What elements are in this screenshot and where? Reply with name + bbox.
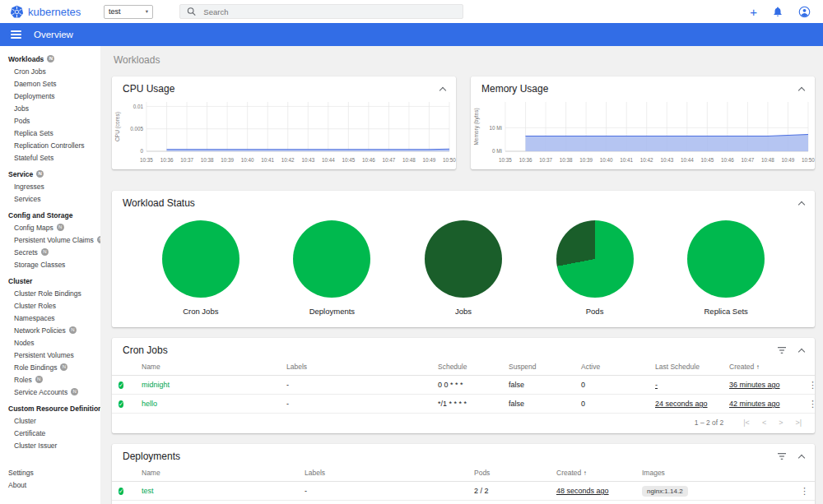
sidebar-item-roles[interactable]: RolesN — [0, 373, 100, 386]
sidebar-item-label: Services — [14, 195, 41, 203]
sidebar-item-settings[interactable]: Settings — [0, 466, 100, 479]
resource-link[interactable]: hello — [142, 400, 157, 408]
row-actions-kebab-icon[interactable]: ⋮ — [808, 380, 815, 390]
sidebar-item-label: Service Accounts — [14, 388, 67, 396]
column-header-created[interactable]: Created ↑ — [723, 358, 802, 376]
column-header-labels[interactable]: Labels — [298, 465, 467, 482]
column-header-created[interactable]: Created ↑ — [550, 465, 635, 482]
sidebar-item-pods[interactable]: Pods — [0, 114, 100, 127]
notifications-bell-icon[interactable] — [772, 6, 783, 17]
sidebar-item-jobs[interactable]: Jobs — [0, 102, 100, 114]
sidebar-item-config-maps[interactable]: Config MapsN — [0, 221, 100, 234]
sidebar-item-role-bindings[interactable]: Role BindingsN — [0, 361, 100, 373]
sidebar-item-about[interactable]: About — [0, 479, 100, 491]
table-row[interactable]: ✓ hello - */1 * * * * false 0 24 seconds… — [112, 395, 815, 414]
sidebar-item-label: Replica Sets — [14, 129, 53, 137]
column-header-name[interactable]: Name — [135, 465, 298, 482]
pie-chart[interactable] — [556, 220, 634, 298]
namespaced-badge-icon: N — [41, 248, 49, 256]
resource-link[interactable]: midnight — [142, 381, 170, 389]
filter-icon[interactable] — [777, 452, 787, 460]
table-row[interactable]: ✓ nginx-deployment app: nginx 3 / 3 42 m… — [112, 501, 815, 504]
svg-text:10:48: 10:48 — [402, 157, 416, 163]
svg-text:0 Mi: 0 Mi — [492, 148, 502, 154]
svg-text:10:50: 10:50 — [443, 157, 456, 163]
sidebar-item-network-policies[interactable]: Network PoliciesN — [0, 324, 100, 336]
search-input[interactable] — [202, 7, 456, 17]
sidebar-item-namespaces[interactable]: Namespaces — [0, 312, 100, 324]
column-header-name[interactable]: Name — [135, 358, 280, 376]
menu-hamburger-icon[interactable] — [11, 30, 21, 39]
column-header-labels[interactable]: Labels — [280, 358, 431, 376]
next-page-icon[interactable]: > — [779, 418, 783, 427]
column-header-suspend[interactable]: Suspend — [502, 358, 574, 376]
sidebar-item-replication-controllers[interactable]: Replication Controllers — [0, 139, 100, 151]
filter-icon[interactable] — [777, 346, 787, 354]
user-account-icon[interactable] — [798, 6, 811, 18]
table-row[interactable]: ✓ test - 2 / 2 48 seconds ago nginx:1.14… — [112, 482, 815, 501]
section-title: Workloads — [114, 54, 815, 66]
sidebar-item-nodes[interactable]: Nodes — [0, 336, 100, 349]
sidebar-item-stateful-sets[interactable]: Stateful Sets — [0, 151, 100, 164]
sidebar-item-service-accounts[interactable]: Service AccountsN — [0, 386, 100, 398]
column-header-pods[interactable]: Pods — [467, 465, 550, 482]
row-actions-kebab-icon[interactable]: ⋮ — [808, 399, 815, 409]
sidebar-item-label: Stateful Sets — [14, 154, 53, 162]
collapse-chevron-icon[interactable] — [798, 454, 805, 460]
resource-link[interactable]: test — [142, 487, 154, 495]
svg-text:10:46: 10:46 — [721, 157, 734, 163]
namespaced-badge-icon: N — [60, 363, 67, 371]
cron-jobs-card: Cron Jobs N — [112, 338, 815, 433]
sidebar-item-ingresses[interactable]: Ingresses — [0, 180, 100, 192]
pie-chart[interactable] — [687, 220, 765, 298]
pie-chart[interactable] — [162, 220, 239, 298]
sidebar-item-persistent-volumes[interactable]: Persistent Volumes — [0, 349, 100, 361]
sidebar-item-daemon-sets[interactable]: Daemon Sets — [0, 77, 100, 90]
collapse-chevron-icon[interactable] — [439, 86, 446, 93]
svg-text:10:43: 10:43 — [301, 157, 314, 163]
sidebar-item-deployments[interactable]: Deployments — [0, 90, 100, 102]
cell-created: 42 minutes ago — [729, 400, 780, 408]
pie-label: Jobs — [455, 307, 472, 316]
create-resource-icon[interactable]: + — [750, 6, 757, 18]
search-icon — [187, 7, 196, 16]
pie-chart[interactable] — [293, 220, 370, 298]
sidebar-item-storage-classes[interactable]: Storage Classes — [0, 258, 100, 270]
sidebar-item-persistent-volume-claims[interactable]: Persistent Volume ClaimsN — [0, 234, 100, 246]
pie-chart[interactable] — [425, 220, 502, 298]
cpu-usage-chart: 10:3510:3610:3710:3810:3910:4010:4110:42… — [112, 97, 456, 168]
table-row[interactable]: ✓ midnight - 0 0 * * * false 0 - 36 minu… — [112, 376, 815, 395]
row-actions-kebab-icon[interactable]: ⋮ — [800, 486, 809, 496]
sidebar-item-cron-jobs[interactable]: Cron Jobs — [0, 65, 100, 77]
sidebar-item-certificate[interactable]: Certificate — [0, 427, 100, 439]
sidebar-item-cluster-issuer[interactable]: Cluster Issuer — [0, 439, 100, 451]
bell-icon — [772, 6, 783, 17]
sidebar-item-cluster[interactable]: Cluster — [0, 414, 100, 427]
sidebar-item-services[interactable]: Services — [0, 192, 100, 205]
column-header-active[interactable]: Active — [574, 358, 649, 376]
sidebar-item-label: Cluster — [8, 277, 32, 285]
last-page-icon[interactable]: >| — [795, 418, 802, 427]
column-header-schedule[interactable]: Schedule — [431, 358, 502, 376]
collapse-chevron-icon[interactable] — [798, 348, 805, 354]
namespace-selector[interactable]: test ▾ — [104, 5, 153, 19]
sidebar-item-replica-sets[interactable]: Replica Sets — [0, 127, 100, 139]
workload-status-pies: Cron JobsDeploymentsJobsPodsReplica Sets — [112, 211, 815, 327]
svg-text:0.005: 0.005 — [130, 126, 143, 132]
sidebar-item-label: Cluster Issuer — [14, 442, 57, 450]
cell-created: 36 minutes ago — [729, 381, 780, 389]
search-bar[interactable] — [179, 4, 463, 19]
collapse-chevron-icon[interactable] — [798, 201, 805, 207]
column-header-last-schedule[interactable]: Last Schedule — [649, 358, 723, 376]
sidebar-item-secrets[interactable]: SecretsN — [0, 246, 100, 258]
column-header-images[interactable]: Images — [635, 465, 793, 482]
collapse-chevron-icon[interactable] — [798, 86, 805, 93]
sidebar-item-cluster-roles[interactable]: Cluster Roles — [0, 299, 100, 312]
kubernetes-brand[interactable]: kubernetes — [10, 5, 99, 19]
sidebar-item-cluster-role-bindings[interactable]: Cluster Role Bindings — [0, 287, 100, 299]
first-page-icon[interactable]: |< — [743, 418, 750, 427]
sidebar-item-workloads[interactable]: WorkloadsN — [0, 53, 100, 65]
prev-page-icon[interactable]: < — [762, 418, 766, 427]
sidebar-item-service[interactable]: ServiceN — [0, 168, 100, 180]
pie-label: Deployments — [309, 307, 355, 316]
